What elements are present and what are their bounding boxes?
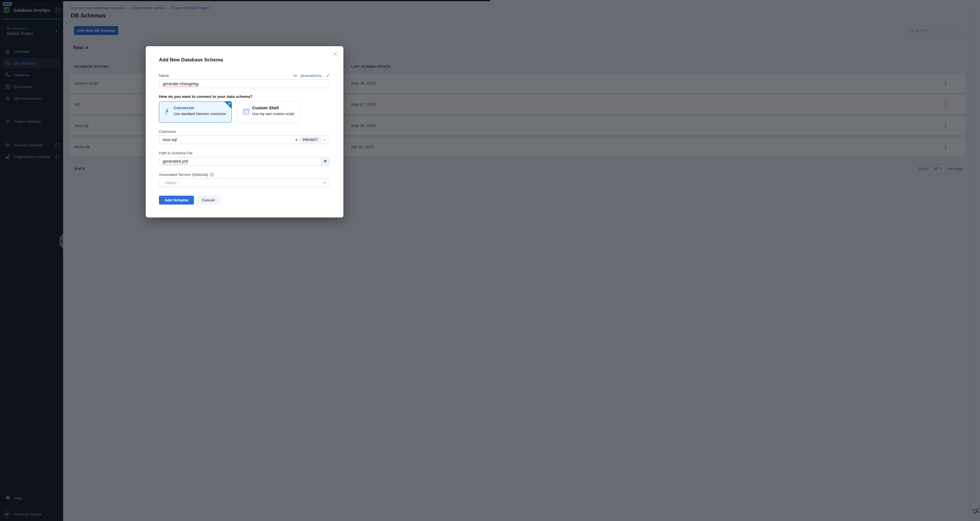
associated-service-label: Associated Service (Optional): [159, 172, 329, 177]
cancel-button[interactable]: Cancel: [197, 196, 220, 204]
edit-pencil-icon[interactable]: [326, 74, 329, 78]
modal-title: Add New Database Schema: [159, 57, 329, 63]
pin-runtime-input-icon[interactable]: [321, 157, 329, 165]
add-schema-button[interactable]: Add Schema: [159, 196, 194, 204]
connector-select[interactable]: mux-sql PROJECT: [159, 135, 329, 144]
chevron-down-icon: [323, 139, 326, 141]
connector-label: Connector: [159, 129, 329, 134]
schema-id: Id : generatecha...: [293, 73, 329, 78]
selected-check-icon: [224, 101, 232, 109]
name-field-row: Name Id : generatecha...: [159, 73, 329, 78]
connection-options: Connector Use standard Harness connector…: [159, 101, 329, 123]
connector-branch-icon: [164, 108, 171, 115]
close-icon[interactable]: [333, 51, 338, 56]
option-connector[interactable]: Connector Use standard Harness connector: [159, 101, 232, 123]
id-value-link[interactable]: generatecha...: [301, 73, 324, 78]
terminal-icon: [243, 108, 249, 115]
chevron-down-icon: [323, 182, 326, 184]
path-label: Path to Schema File: [159, 151, 329, 155]
name-input[interactable]: generate-changelog: [159, 80, 329, 88]
id-prefix: Id :: [293, 73, 299, 78]
add-schema-modal: Add New Database Schema Name Id : genera…: [146, 46, 344, 217]
info-icon[interactable]: [210, 173, 214, 177]
associated-service-select[interactable]: - Select -: [159, 178, 329, 187]
scope-badge: PROJECT: [300, 137, 321, 143]
name-label: Name: [159, 73, 169, 78]
path-input[interactable]: generated.yml: [159, 157, 329, 166]
scope-status-dot: [296, 139, 298, 141]
modal-actions: Add Schema Cancel: [159, 196, 329, 204]
connection-question: How do you want to connect to your data …: [159, 94, 329, 99]
option-custom-shell[interactable]: Custom Shell Use my own custom script: [237, 101, 299, 123]
